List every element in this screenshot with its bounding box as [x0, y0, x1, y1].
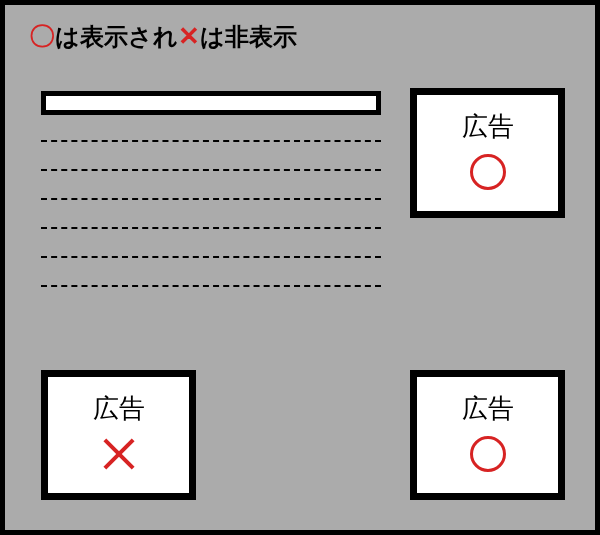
x-icon [101, 436, 137, 472]
legend-text: 〇は表示され✕は非表示 [29, 19, 297, 54]
legend-part2: は非表示 [200, 23, 297, 50]
text-line [41, 256, 381, 258]
legend-part1: は表示され [55, 23, 178, 50]
text-line [41, 169, 381, 171]
ad-box-bottom-left: 広告 [41, 370, 196, 500]
text-line [41, 198, 381, 200]
diagram-container: 〇は表示され✕は非表示 広告 広告 広告 [0, 0, 600, 535]
content-title-bar [41, 91, 381, 115]
x-mark-icon: ✕ [178, 21, 200, 51]
circle-icon [470, 154, 506, 190]
text-line [41, 140, 381, 142]
ad-label: 広告 [93, 391, 145, 426]
ad-box-bottom-right: 広告 [410, 370, 565, 500]
text-line [41, 227, 381, 229]
text-line [41, 285, 381, 287]
ad-box-top-right: 広告 [410, 88, 565, 218]
circle-mark-icon: 〇 [29, 21, 55, 51]
ad-label: 広告 [462, 391, 514, 426]
circle-icon [470, 436, 506, 472]
ad-label: 広告 [462, 109, 514, 144]
content-lines [41, 140, 381, 314]
